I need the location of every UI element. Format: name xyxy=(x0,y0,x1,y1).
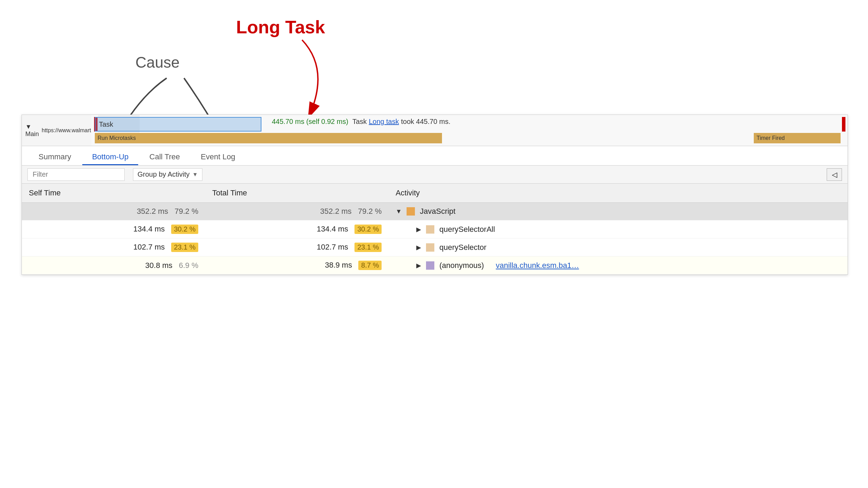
self-time-value: 30.8 ms xyxy=(145,261,172,270)
self-pct-value: 79.2 % xyxy=(175,207,199,216)
subtask-bar: Run Microtasks xyxy=(95,133,442,143)
table-row: 352.2 ms 79.2 % 352.2 ms 79.2 % ▼ JavaSc… xyxy=(22,203,848,220)
total-time-cell: 102.7 ms 23.1 % xyxy=(205,238,389,256)
col-total-time: Total Time xyxy=(205,184,389,203)
table-row: 30.8 ms 6.9 % 38.9 ms 8.7 % ▶ (anonymo xyxy=(22,256,848,275)
total-time-value: 134.4 ms xyxy=(317,225,348,233)
activity-link[interactable]: vanilla.chunk.esm.ba1… xyxy=(496,261,579,270)
task-text: Task xyxy=(352,118,367,126)
group-by-label: Group by Activity xyxy=(137,170,190,178)
sidebar-toggle-icon: ◁ xyxy=(832,170,837,179)
timer-label: Timer Fired xyxy=(757,135,785,141)
tab-summary[interactable]: Summary xyxy=(29,146,81,165)
total-time-value: 38.9 ms xyxy=(325,261,352,269)
performance-table: Self Time Total Time Activity 352.2 ms 7… xyxy=(22,184,848,275)
expand-arrow-icon[interactable]: ▼ xyxy=(395,208,402,215)
col-activity: Activity xyxy=(389,184,848,203)
activity-cell: ▶ querySelectorAll xyxy=(389,220,848,238)
timeline-bar: ▼ Main https://www.walmart.com Task Run … xyxy=(22,115,848,146)
self-time-value: 102.7 ms xyxy=(133,243,165,251)
activity-name: querySelector xyxy=(439,243,486,252)
self-time-cell: 102.7 ms 23.1 % xyxy=(22,238,205,256)
activity-color-swatch xyxy=(407,207,415,216)
long-task-link[interactable]: Long task xyxy=(369,118,399,126)
info-bar: 445.70 ms (self 0.92 ms) Task Long task … xyxy=(272,118,837,126)
self-pct-value: 6.9 % xyxy=(179,261,198,270)
table-row: 134.4 ms 30.2 % 134.4 ms 30.2 % ▶ xyxy=(22,220,848,238)
filter-bar: Group by Activity ▼ ◁ xyxy=(22,166,848,184)
self-pct-value: 30.2 % xyxy=(171,225,198,233)
activity-cell: ▼ JavaScript xyxy=(389,203,848,220)
total-pct-value: 23.1 % xyxy=(354,243,382,251)
main-label: ▼ Main xyxy=(25,123,39,138)
self-pct-value: 23.1 % xyxy=(171,243,198,251)
tab-event-log[interactable]: Event Log xyxy=(191,146,245,165)
expand-arrow-icon[interactable]: ▶ xyxy=(416,244,421,251)
tabs-bar: Summary Bottom-Up Call Tree Event Log xyxy=(22,146,848,166)
tab-bottom-up[interactable]: Bottom-Up xyxy=(82,146,138,165)
total-time-value: 352.2 ms xyxy=(320,207,352,216)
total-time-cell: 352.2 ms 79.2 % xyxy=(205,203,389,220)
total-time-cell: 134.4 ms 30.2 % xyxy=(205,220,389,238)
task-highlight: Task xyxy=(95,117,261,132)
subtask-label: Run Microtasks xyxy=(98,135,136,141)
activity-cell: ▶ querySelector xyxy=(389,238,848,256)
activity-name: JavaScript xyxy=(420,207,456,216)
self-time-cell: 134.4 ms 30.2 % xyxy=(22,220,205,238)
task-label: Task xyxy=(99,120,113,128)
table-header-row: Self Time Total Time Activity xyxy=(22,184,848,203)
sidebar-toggle-button[interactable]: ◁ xyxy=(827,168,842,181)
activity-name: (anonymous) xyxy=(439,261,484,270)
task-bar-area: Task Run Microtasks Timer Fired 445.70 m… xyxy=(91,115,848,146)
activity-color-swatch xyxy=(426,225,434,234)
activity-name: querySelectorAll xyxy=(439,225,495,234)
group-by-select[interactable]: Group by Activity ▼ xyxy=(133,168,202,181)
cause-annotation: Cause xyxy=(135,54,180,71)
timing-text: 445.70 ms (self 0.92 ms) xyxy=(272,118,348,126)
devtools-panel: ▼ Main https://www.walmart.com Task Run … xyxy=(22,115,848,275)
table-row: 102.7 ms 23.1 % 102.7 ms 23.1 % ▶ xyxy=(22,238,848,256)
self-time-value: 352.2 ms xyxy=(137,207,168,216)
self-time-cell: 352.2 ms 79.2 % xyxy=(22,203,205,220)
activity-color-swatch xyxy=(426,243,434,252)
total-time-value: 102.7 ms xyxy=(317,243,348,251)
expand-arrow-icon[interactable]: ▶ xyxy=(416,226,421,233)
long-task-annotation: Long Task xyxy=(236,17,325,37)
col-self-time: Self Time xyxy=(22,184,205,203)
total-time-cell: 38.9 ms 8.7 % xyxy=(205,256,389,275)
activity-color-swatch xyxy=(426,261,434,270)
tab-call-tree[interactable]: Call Tree xyxy=(140,146,190,165)
activity-cell: ▶ (anonymous) vanilla.chunk.esm.ba1… xyxy=(389,256,848,275)
filter-input[interactable] xyxy=(27,168,125,181)
timer-fired-bar: Timer Fired xyxy=(754,133,841,143)
total-pct-value: 79.2 % xyxy=(358,207,382,216)
task-suffix: took 445.70 ms. xyxy=(401,118,450,126)
timeline-main-label: ▼ Main https://www.walmart.com xyxy=(22,115,91,146)
group-by-arrow-icon: ▼ xyxy=(192,171,198,178)
red-marker-right xyxy=(842,117,845,132)
total-pct-value: 8.7 % xyxy=(358,261,382,269)
self-time-value: 134.4 ms xyxy=(133,225,165,233)
total-pct-value: 30.2 % xyxy=(354,225,382,233)
expand-arrow-icon[interactable]: ▶ xyxy=(416,262,421,269)
self-time-cell: 30.8 ms 6.9 % xyxy=(22,256,205,275)
